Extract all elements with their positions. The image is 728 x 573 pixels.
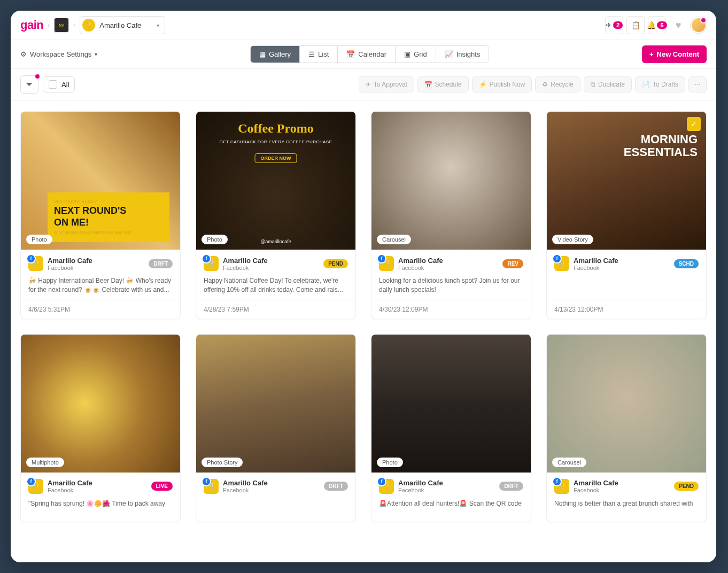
paper-plane-icon: ✈ (366, 81, 371, 88)
select-all-checkbox[interactable] (49, 80, 57, 89)
notifications-button[interactable]: 🔔 6 (648, 16, 666, 34)
new-content-button[interactable]: + New Content (642, 45, 707, 63)
card-caption (554, 276, 699, 293)
content-card[interactable]: Photo Story 🍴 Amarillo Cafe Facebook DRF… (196, 334, 356, 522)
select-all-chip[interactable]: All (43, 76, 75, 92)
schedule-button[interactable]: 📅Schedule (417, 76, 469, 92)
card-platform: Facebook (48, 265, 144, 271)
card-caption: "Spring has sprung! 🌸🌼🌺 Time to pack awa… (28, 499, 173, 516)
brand-selector[interactable]: 🍴 Amarillo Cafe ▾ (80, 16, 165, 34)
card-image: Photo Story (196, 335, 355, 473)
content-card[interactable]: Photo 🍴 Amarillo Cafe Facebook DRFT 🚨Att… (371, 334, 531, 522)
copy-icon: ⧉ (591, 81, 595, 88)
card-title: Amarillo Cafe (574, 257, 670, 265)
more-actions-button[interactable]: ⋯ (688, 76, 707, 92)
status-badge: DRFT (499, 482, 523, 491)
content-type-chip: Carousel (552, 458, 586, 467)
heart-icon: ♥ (676, 20, 681, 31)
content-type-chip: Photo (377, 458, 403, 467)
brand-avatar-icon: 🍴 (28, 256, 43, 271)
brand-avatar-icon: 🍴 (204, 256, 219, 271)
card-date: 4/13/23 12:00PM (547, 300, 706, 319)
clipboard-icon: 📋 (631, 21, 640, 29)
grid-small-icon: ▣ (404, 50, 411, 58)
tab-insights[interactable]: 📈Insights (436, 46, 489, 63)
tab-grid[interactable]: ▣Grid (396, 46, 436, 63)
view-tabs: ▦Gallery ☰List 📅Calendar ▣Grid 📈Insights (250, 45, 490, 63)
content-card[interactable]: HEY THERE BUDDY NEXT ROUND'S ON ME! Why?… (20, 111, 181, 319)
card-title: Amarillo Cafe (48, 479, 147, 487)
recycle-icon: ♻ (542, 81, 548, 88)
to-approval-button[interactable]: ✈To Approval (359, 76, 414, 92)
new-content-label: New Content (657, 50, 699, 58)
status-badge: REV (502, 259, 523, 268)
ellipsis-icon: ⋯ (694, 81, 701, 88)
status-badge: PEND (323, 259, 348, 268)
send-notifications-button[interactable]: ✈ 2 (605, 16, 623, 34)
calendar-icon: 📅 (346, 50, 355, 58)
content-type-chip: Multiphoto (26, 458, 64, 467)
content-card[interactable]: Multiphoto 🍴 Amarillo Cafe Facebook LIVE… (20, 334, 181, 522)
tab-calendar[interactable]: 📅Calendar (338, 46, 396, 63)
card-date: 4/6/23 5:31PM (21, 300, 180, 319)
promo-overlay: HEY THERE BUDDY NEXT ROUND'S ON ME! Why?… (48, 192, 169, 242)
card-platform: Facebook (574, 487, 670, 493)
content-type-chip: Photo (26, 235, 52, 244)
order-now-overlay: ORDER NOW (255, 153, 297, 163)
content-type-chip: Carousel (377, 235, 411, 244)
card-platform: Facebook (223, 487, 320, 493)
content-type-chip: Photo Story (202, 458, 243, 467)
card-platform: Facebook (398, 487, 495, 493)
card-platform: Facebook (398, 265, 498, 271)
gear-icon: ⚙ (20, 50, 27, 58)
status-badge: LIVE (151, 482, 173, 491)
card-caption: Looking for a delicious lunch spot? Join… (379, 276, 523, 295)
card-image: Photo (371, 335, 531, 473)
card-platform: Facebook (223, 265, 319, 271)
app-logo[interactable]: gain (20, 18, 43, 32)
card-date: 4/28/23 7:59PM (196, 300, 355, 319)
morning-overlay: MORNINGESSENTIALS (624, 133, 698, 159)
content-type-chip: Photo (202, 235, 228, 244)
card-image: ✓ MORNINGESSENTIALS Video Story (547, 112, 706, 250)
brand-name: Amarillo Cafe (99, 21, 152, 29)
notif-count-badge: 6 (657, 21, 667, 29)
gallery-scroll[interactable]: HEY THERE BUDDY NEXT ROUND'S ON ME! Why?… (11, 100, 716, 562)
user-avatar[interactable] (691, 17, 707, 33)
favorites-button[interactable]: ♥ (669, 16, 687, 34)
check-icon: ✓ (687, 117, 701, 131)
filter-button[interactable]: ⏷ (20, 75, 38, 94)
chevron-down-icon: ▾ (157, 22, 159, 28)
chart-icon: 📈 (445, 50, 453, 58)
to-drafts-button[interactable]: 📄To Drafts (635, 76, 685, 92)
publish-now-button[interactable]: ⚡Publish Now (472, 76, 532, 92)
card-title: Amarillo Cafe (48, 257, 144, 265)
brand-avatar-icon: 🍴 (554, 256, 569, 271)
duplicate-button[interactable]: ⧉Duplicate (584, 76, 632, 92)
card-caption: Happy National Coffee Day! To celebrate,… (204, 276, 348, 295)
list-icon: ☰ (308, 50, 315, 58)
content-card[interactable]: Coffee Promo GET CASHBACK FOR EVERY COFF… (196, 111, 356, 319)
card-title: Amarillo Cafe (398, 479, 495, 487)
card-title: Amarillo Cafe (398, 257, 498, 265)
content-card[interactable]: Carousel 🍴 Amarillo Cafe Facebook REV Lo… (371, 111, 531, 319)
action-bar: ⏷ All ✈To Approval 📅Schedule ⚡Publish No… (11, 69, 716, 100)
status-badge: PEND (674, 482, 699, 491)
workspace-settings-label: Workspace Settings (30, 50, 91, 58)
tab-list[interactable]: ☰List (300, 46, 338, 63)
content-card[interactable]: ✓ MORNINGESSENTIALS Video Story 🍴 Amaril… (546, 111, 707, 319)
content-card[interactable]: Carousel 🍴 Amarillo Cafe Facebook PEND N… (546, 334, 707, 522)
workspace-icon[interactable]: 🍽 (54, 18, 69, 33)
card-caption (204, 499, 348, 516)
breadcrumb-sep-icon: › (73, 21, 75, 29)
sub-bar: ⚙ Workspace Settings ▾ ▦Gallery ☰List 📅C… (11, 40, 716, 69)
brand-avatar-icon: 🍴 (379, 256, 394, 271)
archive-button[interactable]: 📋 (626, 16, 645, 34)
workspace-settings-button[interactable]: ⚙ Workspace Settings ▾ (20, 50, 97, 58)
tab-gallery[interactable]: ▦Gallery (251, 46, 300, 63)
recycle-button[interactable]: ♻Recycle (535, 76, 580, 92)
promo-subtitle: GET CASHBACK FOR EVERY COFFEE PURCHASE (196, 140, 355, 144)
status-badge: DRFT (149, 259, 173, 268)
brand-avatar-icon: 🍴 (554, 479, 569, 494)
brand-avatar-icon: 🍴 (28, 479, 43, 494)
